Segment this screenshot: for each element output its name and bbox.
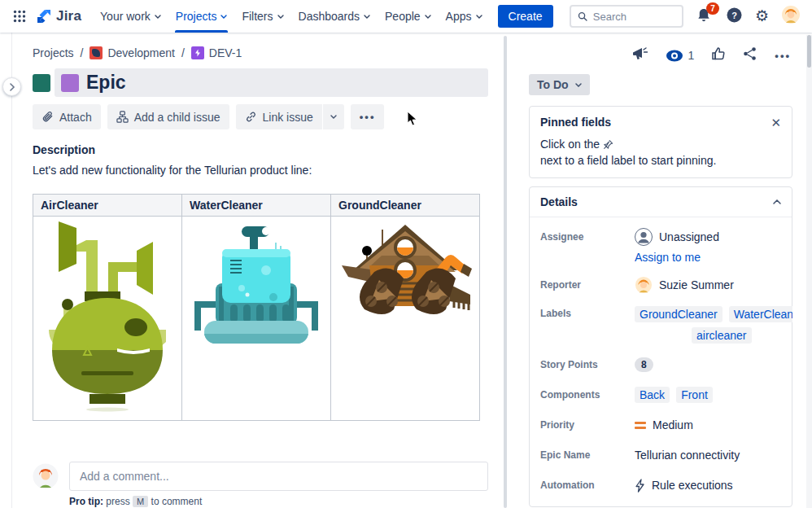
thumbs-up-icon (711, 46, 726, 61)
nav-projects[interactable]: Projects (168, 0, 235, 33)
breadcrumb: Projects / Development / DEV-1 (33, 44, 488, 62)
toolbar-more-button[interactable]: ••• (351, 104, 385, 129)
chevron-down-icon (220, 15, 227, 19)
watercleaner-illustration[interactable] (188, 220, 325, 414)
avatar-icon (781, 5, 801, 24)
field-components: Components Back Front (540, 386, 781, 404)
component-chip[interactable]: Front (676, 387, 713, 403)
feedback-button[interactable] (632, 46, 648, 64)
breadcrumb-issue-key[interactable]: DEV-1 (191, 46, 242, 59)
child-issues-icon (116, 111, 129, 123)
paperclip-icon (41, 111, 54, 123)
expand-sidebar-button[interactable] (2, 77, 21, 96)
vote-button[interactable] (711, 46, 726, 64)
add-child-issue-button[interactable]: Add a child issue (107, 104, 229, 129)
aircleaner-cell (33, 217, 182, 421)
jira-logo[interactable]: Jira (36, 8, 81, 24)
link-icon (245, 111, 257, 123)
groundcleaner-illustration[interactable] (337, 220, 474, 414)
chevron-down-icon (425, 15, 431, 19)
nav-people[interactable]: People (378, 0, 439, 33)
breadcrumb-project[interactable]: Development (89, 46, 175, 59)
project-avatar-icon (89, 46, 103, 59)
aircleaner-illustration[interactable] (39, 220, 176, 414)
field-story-points[interactable]: Story Points 8 (540, 356, 781, 374)
reporter-avatar-icon (635, 276, 653, 294)
assign-to-me-link[interactable]: Assign to me (635, 251, 781, 264)
settings-button[interactable]: ⚙ (755, 8, 769, 24)
nav-your-work[interactable]: Your work (93, 0, 168, 33)
lightning-icon (635, 479, 645, 493)
component-chip[interactable]: Back (635, 387, 670, 403)
breadcrumb-projects[interactable]: Projects (33, 46, 74, 59)
chevron-right-icon (9, 83, 15, 91)
issue-more-button[interactable]: ••• (775, 50, 791, 62)
current-user-avatar (33, 463, 59, 489)
eye-icon (666, 50, 683, 62)
pane-splitter[interactable] (504, 36, 507, 508)
label-chip[interactable]: aircleaner (692, 327, 751, 344)
label-chip[interactable]: GroundCleaner (635, 306, 723, 322)
search-input[interactable] (593, 11, 675, 23)
global-search[interactable] (570, 5, 683, 28)
nav-apps[interactable]: Apps (439, 0, 490, 33)
column-watercleaner[interactable]: WaterCleaner (182, 195, 331, 217)
status-dropdown[interactable]: To Do (529, 74, 590, 95)
chevron-up-icon (773, 199, 781, 204)
profile-avatar[interactable] (781, 5, 801, 28)
column-aircleaner[interactable]: AirCleaner (33, 195, 182, 217)
field-automation[interactable]: Automation Rule executions (540, 476, 781, 494)
share-button[interactable] (743, 46, 757, 64)
description-text[interactable]: Let's add new functionality for the Tell… (33, 164, 488, 177)
create-button[interactable]: Create (498, 5, 553, 28)
field-priority[interactable]: Priority Medium (540, 416, 781, 434)
watch-button[interactable]: 1 (666, 49, 695, 62)
table-row (33, 217, 480, 421)
chevron-down-icon (575, 83, 582, 87)
status-badge: To Do (537, 78, 569, 91)
link-issue-button[interactable]: Link issue (236, 104, 322, 129)
issue-view: Projects / Development / DEV-1 (0, 33, 812, 508)
details-header[interactable]: Details (530, 187, 792, 217)
nav-filters[interactable]: Filters (234, 0, 290, 33)
m-key-hint: M (133, 496, 148, 507)
field-assignee[interactable]: Assignee Unassigned (540, 228, 781, 246)
chevron-down-icon (277, 15, 284, 19)
field-reporter[interactable]: Reporter Suzie Summer (540, 276, 781, 294)
issue-main-pane: Projects / Development / DEV-1 (12, 33, 504, 508)
teal-tile-icon[interactable] (33, 74, 50, 92)
groundcleaner-cell (331, 217, 480, 421)
share-icon (743, 46, 757, 61)
top-navigation: Jira Your work Projects Filters Dashboar… (0, 0, 812, 33)
epic-type-icon (191, 46, 204, 59)
label-chip[interactable]: WaterCleaner (729, 306, 792, 322)
attach-button[interactable]: Attach (33, 104, 101, 129)
description-table: AirCleaner WaterCleaner GroundCleaner (33, 194, 480, 421)
gear-icon: ⚙ (755, 7, 769, 24)
issue-title-field[interactable]: Epic (55, 68, 488, 97)
app-title: Jira (56, 8, 81, 24)
nav-right-cluster: 7 ? ⚙ (570, 5, 801, 28)
description-heading: Description (33, 143, 488, 156)
app-switcher-icon[interactable] (8, 5, 31, 28)
scrollbar[interactable] (806, 35, 812, 508)
megaphone-icon (632, 46, 648, 61)
purple-tile-icon (61, 74, 79, 92)
svg-text:?: ? (731, 10, 737, 20)
close-icon[interactable]: ✕ (771, 116, 781, 129)
field-epic-name[interactable]: Epic Name Tellurian connectivity (540, 446, 781, 464)
chevron-down-icon (476, 15, 482, 19)
help-icon: ? (726, 7, 743, 24)
comment-input[interactable] (69, 462, 488, 491)
priority-medium-icon (635, 422, 646, 429)
watcher-count: 1 (688, 49, 695, 62)
chevron-down-icon (330, 115, 337, 119)
pinned-fields-panel: Pinned fields ✕ Click on the next to a f… (529, 106, 792, 178)
pin-icon (603, 139, 613, 150)
notifications-button[interactable]: 7 (696, 7, 714, 25)
issue-title-row: Epic (33, 68, 488, 97)
nav-dashboards[interactable]: Dashboards (291, 0, 378, 33)
help-button[interactable]: ? (726, 7, 743, 27)
link-issue-dropdown-button[interactable] (323, 104, 344, 129)
column-groundcleaner[interactable]: GroundCleaner (331, 195, 480, 217)
